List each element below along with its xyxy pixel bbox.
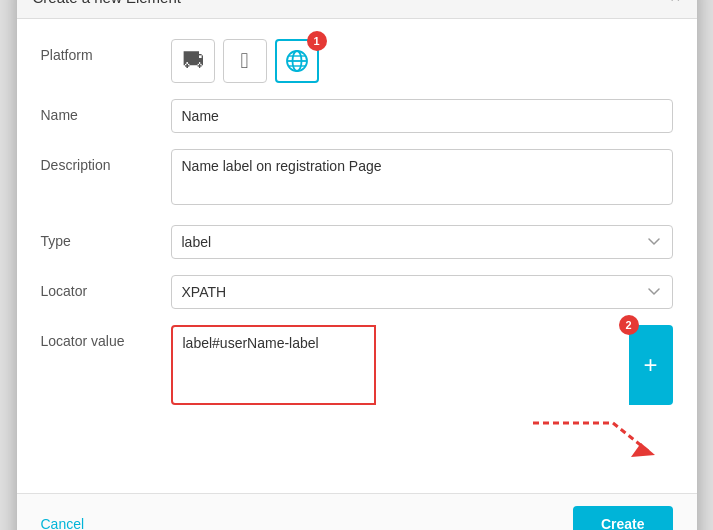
locator-badge: 2 [619,315,639,335]
name-control [171,99,673,133]
name-label: Name [41,99,171,123]
platform-row: Platform ⛟  1 [41,39,673,83]
arrows-container [171,413,673,457]
cancel-button[interactable]: Cancel [41,508,85,530]
locator-control: XPATH CSS ID Name LinkText [171,275,673,309]
type-row: Type label input button link checkbox ra… [41,225,673,259]
description-row: Description Name label on registration P… [41,149,673,209]
type-select[interactable]: label input button link checkbox radio [171,225,673,259]
type-label: Type [41,225,171,249]
locator-value-label: Locator value [41,325,171,349]
locator-value-input[interactable]: label#userName-label [171,325,376,405]
dialog-body: Platform ⛟  1 [17,19,697,493]
locator-badge-wrapper: 2 label#userName-label [171,325,629,409]
close-button[interactable]: × [670,0,681,6]
locator-select[interactable]: XPATH CSS ID Name LinkText [171,275,673,309]
locator-add-button[interactable]: + [629,325,673,405]
platform-label: Platform [41,39,171,63]
locator-row: Locator XPATH CSS ID Name LinkText [41,275,673,309]
web-badge: 1 [307,31,327,51]
description-label: Description [41,149,171,173]
description-control: Name label on registration Page [171,149,673,209]
dialog-header: Create a new Element × [17,0,697,19]
description-input[interactable]: Name label on registration Page [171,149,673,205]
create-element-dialog: Create a new Element × Platform ⛟  [17,0,697,530]
platform-web-button[interactable]: 1 [275,39,319,83]
platform-icons-group: ⛟  1 [171,39,673,83]
name-row: Name [41,99,673,133]
android-icon: ⛟ [182,48,204,74]
name-input[interactable] [171,99,673,133]
platform-android-button[interactable]: ⛟ [171,39,215,83]
platform-apple-button[interactable]:  [223,39,267,83]
globe-icon [285,49,309,73]
arrows-svg [473,413,673,457]
dialog-footer: Cancel Create [17,493,697,530]
plus-icon: + [643,351,657,379]
dialog-title: Create a new Element [33,0,181,6]
svg-marker-7 [631,443,655,457]
apple-icon:  [240,48,248,74]
locator-value-row: Locator value 2 label#userName-label + [41,325,673,457]
type-control: label input button link checkbox radio [171,225,673,259]
locator-value-wrapper: 2 label#userName-label + [171,325,673,409]
locator-value-control: 2 label#userName-label + [171,325,673,457]
locator-label: Locator [41,275,171,299]
platform-control: ⛟  1 [171,39,673,83]
create-button[interactable]: Create [573,506,673,530]
